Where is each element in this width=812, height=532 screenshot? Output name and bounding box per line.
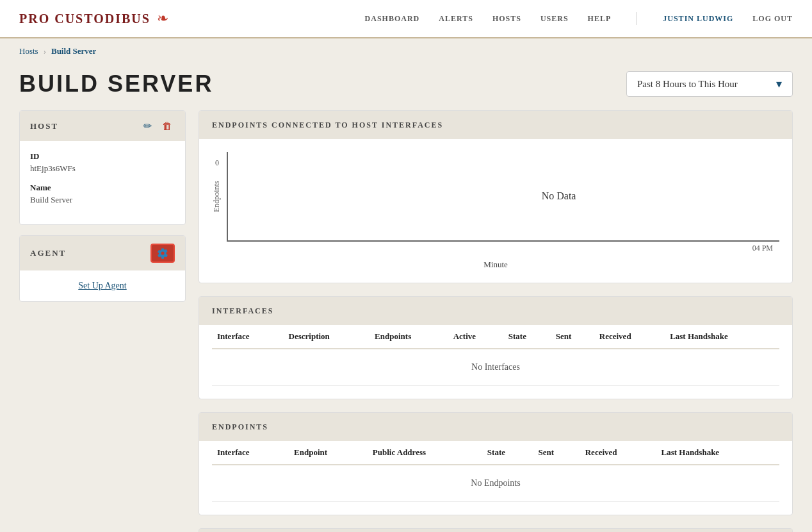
chart-zero-label: 0 [215, 158, 219, 168]
endpoints-title: ENDPOINTS [212, 422, 268, 431]
users-header: USERS + [199, 529, 792, 532]
interfaces-tbody: No Interfaces [212, 349, 779, 386]
nav-links: DASHBOARD ALERTS HOSTS USERS HELP JUSTIN… [365, 12, 793, 25]
endpoints-col-state: State [482, 441, 533, 465]
host-id-label: ID [30, 151, 175, 162]
endpoints-header: ENDPOINTS [199, 413, 792, 441]
host-card: HOST ✏ 🗑 ID htEjp3s6WFs Name Build Serve… [19, 110, 186, 225]
interfaces-col-received: Received [594, 325, 665, 349]
edit-host-button[interactable]: ✏ [141, 119, 154, 133]
host-name-field: Name Build Server [30, 183, 175, 205]
nav-help[interactable]: HELP [588, 14, 612, 24]
nav-users[interactable]: USERS [540, 14, 569, 24]
time-selector[interactable]: Past 8 Hours to This Hour ▾ [626, 71, 793, 97]
interfaces-table: Interface Description Endpoints Active S… [212, 325, 779, 386]
host-name-label: Name [30, 183, 175, 193]
interfaces-no-data-row: No Interfaces [212, 349, 779, 386]
interfaces-section: INTERFACES Interface Description Endpoin… [199, 296, 793, 399]
nav-dashboard[interactable]: DASHBOARD [365, 14, 420, 24]
endpoints-col-sent: Sent [533, 441, 580, 465]
host-id-field: ID htEjp3s6WFs [30, 151, 175, 174]
breadcrumb-separator: › [44, 46, 46, 56]
endpoints-table: Interface Endpoint Public Address State … [212, 441, 779, 502]
chart-inner: 0 No Data 04 PM [227, 152, 779, 242]
endpoints-col-endpoint: Endpoint [289, 441, 368, 465]
endpoints-tbody: No Endpoints [212, 465, 779, 502]
users-section: USERS + [199, 528, 793, 532]
chevron-down-icon: ▾ [776, 77, 782, 91]
delete-host-button[interactable]: 🗑 [159, 119, 175, 133]
right-panel: ENDPOINTS CONNECTED TO HOST INTERFACES E… [199, 110, 793, 532]
interfaces-col-lasthandshake: Last Handshake [665, 325, 779, 349]
agent-section-title: AGENT [30, 248, 66, 258]
breadcrumb: Hosts › Build Server [0, 38, 812, 64]
endpoints-chart-title: ENDPOINTS CONNECTED TO HOST INTERFACES [212, 121, 443, 129]
nav-logout[interactable]: LOG OUT [752, 14, 793, 24]
nav-alerts[interactable]: ALERTS [439, 14, 473, 24]
endpoints-chart-section: ENDPOINTS CONNECTED TO HOST INTERFACES E… [199, 110, 793, 283]
endpoints-section: ENDPOINTS Interface Endpoint Public Addr… [199, 412, 793, 515]
interfaces-col-endpoints: Endpoints [369, 325, 448, 349]
main-content: HOST ✏ 🗑 ID htEjp3s6WFs Name Build Serve… [0, 110, 812, 532]
agent-card-body: Set Up Agent [20, 270, 185, 301]
endpoints-no-data-cell: No Endpoints [212, 465, 779, 502]
breadcrumb-parent[interactable]: Hosts [19, 46, 38, 56]
nav-username: JUSTIN LUDWIG [663, 14, 733, 24]
setup-agent-link[interactable]: Set Up Agent [20, 270, 185, 301]
chart-no-data-label: No Data [542, 190, 576, 202]
endpoints-table-wrap: Interface Endpoint Public Address State … [199, 441, 792, 515]
interfaces-col-state: State [503, 325, 551, 349]
endpoints-header-row: Interface Endpoint Public Address State … [212, 441, 779, 465]
chart-time-label: 04 PM [752, 244, 773, 253]
gear-icon [157, 247, 168, 259]
agent-gear-wrapper[interactable] [150, 244, 175, 263]
chart-container: Endpoints 0 No Data 04 PM [212, 152, 779, 242]
left-panel: HOST ✏ 🗑 ID htEjp3s6WFs Name Build Serve… [19, 110, 186, 532]
brand-logo[interactable]: PRO CUSTODIBUS ❧ [19, 10, 168, 27]
time-selector-label: Past 8 Hours to This Hour [637, 79, 738, 90]
host-id-value: htEjp3s6WFs [30, 163, 175, 174]
agent-card: AGENT Set Up Agent [19, 235, 186, 302]
endpoints-col-publicaddress: Public Address [368, 441, 482, 465]
chart-area: Endpoints 0 No Data 04 PM Minute [199, 139, 792, 283]
interfaces-header-row: Interface Description Endpoints Active S… [212, 325, 779, 349]
host-actions: ✏ 🗑 [141, 119, 175, 133]
page-title: BUILD SERVER [19, 71, 213, 97]
nav-divider [637, 12, 637, 25]
navbar: PRO CUSTODIBUS ❧ DASHBOARD ALERTS HOSTS … [0, 0, 812, 38]
breadcrumb-current: Build Server [51, 46, 96, 56]
host-card-header: HOST ✏ 🗑 [20, 111, 185, 141]
interfaces-col-active: Active [448, 325, 503, 349]
host-name-value: Build Server [30, 195, 175, 205]
interfaces-thead: Interface Description Endpoints Active S… [212, 325, 779, 349]
interfaces-header: INTERFACES [199, 297, 792, 325]
interfaces-col-description: Description [284, 325, 370, 349]
brand-name: PRO CUSTODIBUS [19, 12, 150, 26]
endpoints-no-data-row: No Endpoints [212, 465, 779, 502]
agent-card-header: AGENT [20, 236, 185, 270]
host-section-title: HOST [30, 121, 58, 131]
interfaces-col-sent: Sent [551, 325, 594, 349]
chart-x-label: Minute [212, 260, 779, 270]
page-header: BUILD SERVER Past 8 Hours to This Hour ▾ [0, 64, 812, 110]
endpoints-chart-header: ENDPOINTS CONNECTED TO HOST INTERFACES [199, 111, 792, 139]
endpoints-col-lasthandshake: Last Handshake [656, 441, 779, 465]
interfaces-title: INTERFACES [212, 306, 273, 315]
interfaces-table-wrap: Interface Description Endpoints Active S… [199, 325, 792, 399]
interfaces-col-interface: Interface [212, 325, 284, 349]
endpoints-col-received: Received [580, 441, 656, 465]
endpoints-thead: Interface Endpoint Public Address State … [212, 441, 779, 465]
nav-hosts[interactable]: HOSTS [492, 14, 521, 24]
interfaces-no-data-cell: No Interfaces [212, 349, 779, 386]
host-card-body: ID htEjp3s6WFs Name Build Server [20, 141, 185, 224]
endpoints-col-interface: Interface [212, 441, 289, 465]
brand-icon: ❧ [157, 10, 168, 27]
